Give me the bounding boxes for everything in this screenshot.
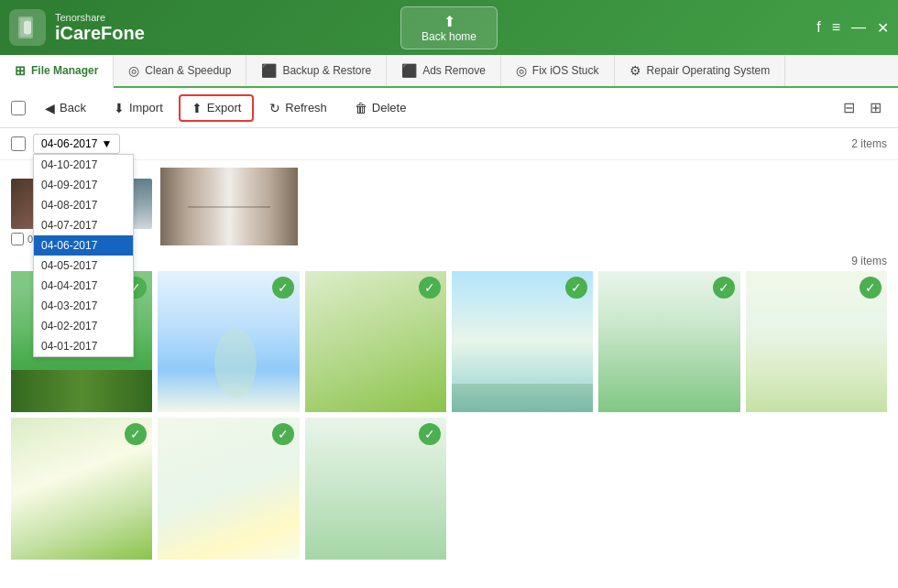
facebook-icon[interactable]: f (816, 19, 820, 36)
refresh-icon: ↻ (269, 101, 280, 115)
date-option[interactable]: 04-03-2017 (34, 296, 133, 316)
photo-cell[interactable]: ✓ (158, 418, 299, 559)
back-button[interactable]: ◀ Back (33, 95, 98, 121)
tab-clean-speedup[interactable]: ◎ Clean & Speedup (114, 55, 246, 86)
titlebar: Tenorshare iCareFone ⬆ Back home f ≡ — ✕ (0, 0, 898, 55)
import-label: Import (129, 101, 163, 114)
tab-clean-speedup-label: Clean & Speedup (145, 64, 231, 77)
window-controls: f ≡ — ✕ (816, 19, 889, 37)
tab-fix-ios-label: Fix iOS Stuck (532, 64, 599, 77)
tab-file-manager-label: File Manager (31, 64, 98, 77)
check-circle: ✓ (860, 277, 882, 299)
bottom-section-header: 9 items (11, 251, 887, 271)
content-area: 04-06-2017 ▼ 04-10-2017 04-09-2017 04-08… (0, 128, 898, 588)
delete-button[interactable]: 🗑 Delete (343, 95, 419, 121)
photo-cell[interactable]: ✓ (11, 418, 152, 559)
app-icon (9, 9, 46, 46)
tab-file-manager[interactable]: ⊞ File Manager (0, 55, 114, 88)
logo-area: Tenorshare iCareFone (9, 9, 145, 46)
back-home-arrow: ⬆ (422, 13, 476, 30)
date-menu: 04-10-2017 04-09-2017 04-08-2017 04-07-2… (33, 154, 134, 357)
fix-ios-icon: ◎ (516, 63, 527, 78)
date-option[interactable]: 04-09-2017 (34, 175, 133, 195)
export-label: Export (207, 101, 242, 114)
tab-backup-restore-label: Backup & Restore (282, 64, 371, 77)
date-option[interactable]: 04-02-2017 (34, 316, 133, 336)
ads-icon: ⬛ (401, 63, 417, 78)
check-circle: ✓ (272, 277, 294, 299)
check-circle: ✓ (272, 423, 294, 445)
nav-tabs: ⊞ File Manager ◎ Clean & Speedup ⬛ Backu… (0, 55, 898, 88)
list-view-button[interactable]: ⊞ (864, 95, 887, 120)
import-button[interactable]: ⬇ Import (102, 95, 175, 121)
toolbar: ◀ Back ⬇ Import ⬆ Export ↻ Refresh 🗑 Del… (0, 88, 898, 128)
app-title: Tenorshare iCareFone (55, 12, 145, 44)
clean-icon: ◎ (128, 63, 139, 78)
delete-icon: 🗑 (355, 101, 367, 115)
select-all-checkbox[interactable] (11, 101, 26, 115)
refresh-label: Refresh (285, 101, 327, 114)
date-select-button[interactable]: 04-06-2017 ▼ (33, 134, 120, 154)
file-manager-icon: ⊞ (15, 63, 26, 78)
date-row: 04-06-2017 ▼ 04-10-2017 04-09-2017 04-08… (0, 128, 898, 160)
grid-view-button[interactable]: ⊟ (838, 95, 860, 120)
check-circle: ✓ (419, 277, 441, 299)
photos-grid: ✓ ✓ ✓ ✓ ✓ (11, 271, 887, 560)
tab-ads-remove-label: Ads Remove (422, 64, 486, 77)
date-option[interactable]: 04-04-2017 (34, 276, 133, 296)
menu-icon[interactable]: ≡ (832, 19, 840, 36)
date-dropdown: 04-06-2017 ▼ 04-10-2017 04-09-2017 04-08… (33, 134, 120, 154)
images-area[interactable]: 04-... 9 items ✓ (0, 160, 898, 588)
date-option[interactable]: 04-10-2017 (34, 155, 133, 175)
tab-backup-restore[interactable]: ⬛ Backup & Restore (246, 55, 387, 86)
top-items-count: 2 items (851, 137, 887, 150)
tab-repair-os[interactable]: ⚙ Repair Operating System (615, 55, 786, 86)
tab-repair-os-label: Repair Operating System (647, 64, 771, 77)
photo-cell[interactable]: ✓ (452, 271, 593, 412)
back-label: Back (60, 101, 86, 114)
export-button[interactable]: ⬆ Export (179, 94, 255, 122)
date-select-area: 04-06-2017 ▼ 04-10-2017 04-09-2017 04-08… (11, 134, 120, 154)
photo-cell[interactable]: ✓ (598, 271, 739, 412)
close-icon[interactable]: ✕ (877, 19, 889, 37)
back-home-button[interactable]: ⬆ Back home (400, 6, 498, 49)
tab-ads-remove[interactable]: ⬛ Ads Remove (387, 55, 501, 86)
thumb-checkbox[interactable] (11, 233, 24, 245)
photo-cell[interactable]: ✓ (305, 418, 446, 559)
refresh-button[interactable]: ↻ Refresh (257, 95, 339, 121)
date-option[interactable]: 04-05-2017 (34, 256, 133, 276)
date-row-checkbox[interactable] (11, 136, 26, 151)
selected-date: 04-06-2017 (41, 137, 97, 150)
backup-icon: ⬛ (261, 63, 277, 78)
dropdown-arrow: ▼ (101, 137, 112, 150)
check-circle: ✓ (713, 277, 735, 299)
delete-label: Delete (372, 101, 407, 114)
import-icon: ⬇ (114, 101, 125, 115)
corridor-photo[interactable] (160, 168, 298, 245)
photo-cell[interactable]: ✓ (158, 271, 299, 412)
repair-icon: ⚙ (630, 63, 641, 78)
tab-fix-ios[interactable]: ◎ Fix iOS Stuck (501, 55, 615, 86)
export-icon: ⬆ (192, 101, 203, 115)
minimize-icon[interactable]: — (851, 19, 866, 36)
date-option[interactable]: 04-08-2017 (34, 195, 133, 215)
date-option[interactable]: 04-07-2017 (34, 215, 133, 235)
photo-cell[interactable]: ✓ (746, 271, 887, 412)
bottom-items-count: 9 items (851, 255, 887, 267)
date-option[interactable]: 04-01-2017 (34, 336, 133, 356)
back-icon: ◀ (45, 101, 55, 115)
back-home-label: Back home (422, 30, 476, 43)
date-option-selected[interactable]: 04-06-2017 (34, 235, 133, 256)
photo-cell[interactable]: ✓ (305, 271, 446, 412)
